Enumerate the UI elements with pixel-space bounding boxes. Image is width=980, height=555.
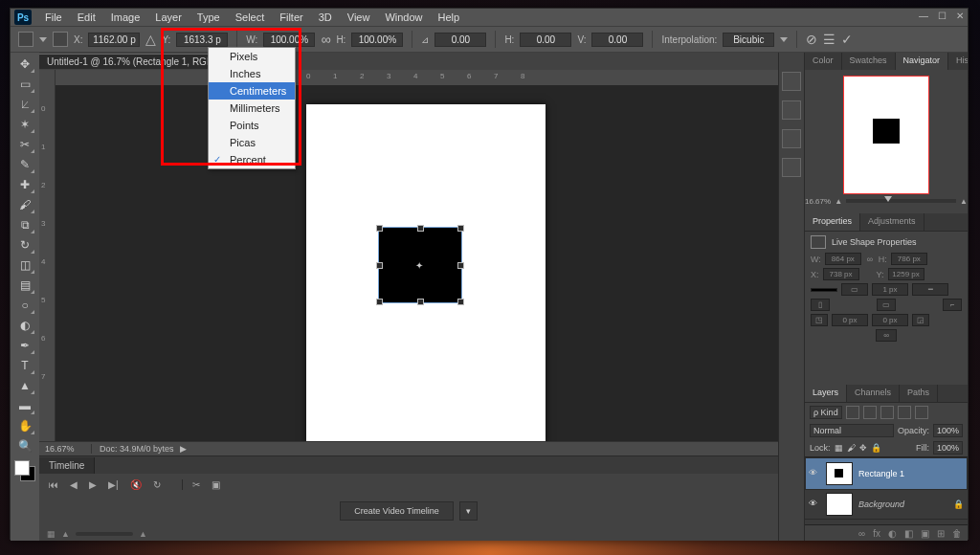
timeline-type-dropdown[interactable]: ▾ (459, 501, 478, 521)
filter-pixel-icon[interactable] (846, 406, 859, 419)
layer-name[interactable]: Background (858, 500, 904, 509)
stroke-style-select[interactable]: ━ (912, 283, 948, 296)
menu-edit[interactable]: Edit (70, 10, 103, 25)
zoom-level[interactable]: 16.67% (39, 444, 92, 454)
timeline-tab[interactable]: Timeline (39, 457, 95, 474)
window-close-icon[interactable]: ✕ (956, 11, 964, 21)
unit-centimeters[interactable]: Centimeters (209, 82, 295, 100)
unit-inches[interactable]: Inches (209, 65, 295, 82)
menu-window[interactable]: Window (377, 10, 430, 25)
transform-handle-s[interactable] (417, 299, 424, 305)
stroke-corners-icon[interactable]: ⌐ (943, 299, 962, 311)
h-field[interactable]: 100.00% (351, 33, 403, 47)
opacity-field[interactable]: 100% (933, 424, 963, 437)
unit-percent[interactable]: ✓Percent (209, 151, 295, 168)
layer-name[interactable]: Rectangle 1 (858, 469, 904, 478)
navigator-zoom-out-icon[interactable]: ▲ (835, 197, 842, 206)
fill-field[interactable]: 100% (933, 441, 963, 455)
gradient-tool-icon[interactable]: ▤ (14, 276, 35, 295)
character-panel-icon[interactable] (782, 129, 801, 148)
marquee-tool-icon[interactable]: ▭ (14, 75, 35, 94)
timeline-first-frame-icon[interactable]: ⏮ (49, 479, 58, 490)
link-layers-icon[interactable]: ∞ (858, 528, 865, 539)
hand-tool-icon[interactable]: ✋ (14, 416, 35, 435)
layer-thumbnail[interactable] (826, 462, 853, 485)
stroke-color-swatch[interactable]: ▭ (841, 283, 868, 296)
adjustment-layer-icon[interactable]: ◧ (904, 528, 913, 539)
menu-select[interactable]: Select (228, 10, 273, 25)
timeline-next-frame-icon[interactable]: ▶| (108, 479, 119, 490)
corner-tl-field[interactable]: 0 px (832, 314, 868, 326)
navigator-zoom-value[interactable]: 16.67% (805, 197, 831, 206)
tab-paths[interactable]: Paths (900, 385, 938, 402)
corner-tr-field[interactable]: 0 px (872, 314, 908, 326)
layer-lock-icon[interactable]: 🔒 (953, 500, 964, 509)
swap-xy-icon[interactable]: △ (145, 32, 156, 47)
filter-smart-icon[interactable] (915, 406, 928, 419)
layer-row-background[interactable]: 👁 Background 🔒 (805, 490, 968, 520)
corner-tr-icon[interactable]: ◲ (912, 314, 929, 326)
skew-v-field[interactable]: 0.00 (591, 33, 643, 47)
visibility-toggle-icon[interactable]: 👁 (809, 468, 820, 479)
timeline-audio-icon[interactable]: 🔇 (130, 479, 142, 490)
unit-millimeters[interactable]: Millimeters (209, 100, 295, 117)
menu-image[interactable]: Image (103, 10, 148, 25)
navigator-thumbnail[interactable] (843, 76, 929, 194)
lasso-tool-icon[interactable]: ⟀ (14, 95, 35, 114)
brush-tool-icon[interactable]: 🖌 (14, 195, 35, 214)
ruler-origin[interactable] (39, 70, 56, 86)
filter-shape-icon[interactable] (898, 406, 911, 419)
group-layers-icon[interactable]: ▣ (921, 528, 929, 539)
cancel-transform-icon[interactable]: ⊘ (806, 32, 817, 47)
dodge-tool-icon[interactable]: ◐ (14, 316, 35, 335)
tab-swatches[interactable]: Swatches (842, 53, 896, 70)
layer-fx-icon[interactable]: fx (873, 528, 880, 539)
paragraph-panel-icon[interactable] (782, 158, 801, 177)
corner-tl-icon[interactable]: ◳ (811, 314, 828, 326)
stamp-tool-icon[interactable]: ⧉ (14, 215, 35, 234)
foreground-color-icon[interactable] (14, 460, 30, 476)
timeline-zoom-in-icon[interactable]: ▲ (139, 529, 147, 539)
timeline-transition-icon[interactable]: ▣ (212, 479, 220, 490)
timeline-prev-frame-icon[interactable]: ◀ (70, 479, 78, 490)
w-field[interactable]: 100.00% (263, 33, 315, 47)
transform-handle-sw[interactable] (376, 299, 383, 305)
tool-preset-dropdown-icon[interactable] (39, 37, 47, 42)
link-corners-icon[interactable]: ∞ (876, 329, 897, 342)
quick-select-tool-icon[interactable]: ✶ (14, 115, 35, 134)
link-wh-icon[interactable]: ∞ (321, 32, 330, 47)
warp-mode-icon[interactable]: ☰ (823, 32, 835, 47)
interpolation-dropdown-icon[interactable] (780, 37, 788, 42)
menu-filter[interactable]: Filter (272, 10, 310, 25)
timeline-zoom-out-icon[interactable]: ▲ (61, 529, 70, 539)
tab-layers[interactable]: Layers (805, 385, 847, 402)
transform-handle-n[interactable] (417, 225, 424, 232)
crop-tool-icon[interactable]: ✂ (14, 135, 35, 154)
tab-channels[interactable]: Channels (847, 385, 900, 402)
eraser-tool-icon[interactable]: ◫ (14, 255, 35, 275)
timeline-loop-icon[interactable]: ↻ (153, 479, 161, 490)
layer-row-rectangle[interactable]: 👁 Rectangle 1 (805, 457, 968, 490)
prop-y-field[interactable]: 1259 px (888, 268, 924, 280)
reference-point-icon[interactable] (53, 32, 68, 47)
angle-field[interactable]: 0.00 (434, 33, 486, 47)
menu-view[interactable]: View (340, 10, 378, 25)
zoom-tool-icon[interactable]: 🔍 (14, 436, 35, 455)
prop-h-field[interactable]: 786 px (891, 253, 927, 265)
transform-handle-nw[interactable] (376, 225, 383, 232)
transform-center-icon[interactable]: ✦ (415, 260, 423, 271)
timeline-play-icon[interactable]: ▶ (89, 479, 97, 490)
filter-adjust-icon[interactable] (863, 406, 877, 419)
color-swatches[interactable] (14, 460, 35, 481)
healing-tool-icon[interactable]: ✚ (14, 175, 35, 194)
y-field[interactable]: 1613.3 p (176, 33, 228, 47)
tab-navigator[interactable]: Navigator (896, 53, 949, 70)
stroke-align-icon[interactable]: ▯ (811, 299, 830, 311)
transform-tool-icon[interactable] (18, 32, 33, 47)
prop-w-field[interactable]: 864 px (825, 253, 861, 265)
transform-handle-e[interactable] (457, 262, 464, 269)
lock-position-icon[interactable]: ✥ (859, 443, 867, 453)
window-maximize-icon[interactable]: ☐ (938, 11, 947, 21)
status-arrow-icon[interactable]: ▶ (174, 444, 187, 454)
interpolation-select[interactable]: Bicubic (723, 33, 774, 47)
